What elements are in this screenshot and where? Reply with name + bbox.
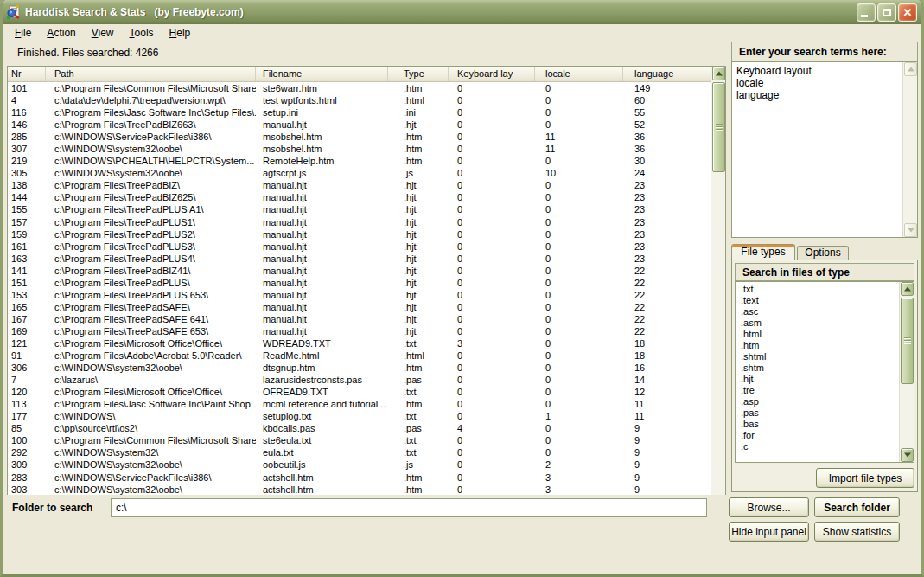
arrow-down-icon <box>904 453 911 458</box>
file-type-item[interactable]: .asp <box>741 396 899 407</box>
table-row[interactable]: 141c:\Program Files\TreePadBIZ41\manual.… <box>8 265 711 277</box>
file-type-item[interactable]: .hjt <box>741 374 899 385</box>
table-row[interactable]: 138c:\Program Files\TreePadBIZ\manual.hj… <box>8 179 711 191</box>
table-row[interactable]: 157c:\Program Files\TreePadPLUS1\manual.… <box>8 216 711 228</box>
file-type-item[interactable]: .html <box>741 329 899 340</box>
arrow-up-icon <box>904 287 911 292</box>
table-row[interactable]: 85c:\pp\source\rtl\os2\kbdcalls.pas.pas4… <box>8 422 711 434</box>
scroll-up-button[interactable] <box>901 282 914 296</box>
file-type-item[interactable]: .c <box>741 441 899 452</box>
table-row[interactable]: 167c:\Program Files\TreePadSAFE 641\manu… <box>8 313 711 325</box>
table-row[interactable]: 163c:\Program Files\TreePadPLUS4\manual.… <box>8 253 711 265</box>
show-statistics-button[interactable]: Show statistics <box>814 522 900 542</box>
file-types-header: Search in files of type <box>735 263 914 281</box>
column-header-locale[interactable]: locale <box>535 67 623 81</box>
table-row[interactable]: 4c:\data\dev\delphi.7\treepad\version.wp… <box>8 94 711 106</box>
menu-item-file[interactable]: File <box>7 25 39 41</box>
close-button[interactable]: ✕ <box>898 3 917 22</box>
table-body: 101c:\Program Files\Common Files\Microso… <box>8 82 711 516</box>
scroll-down-button[interactable] <box>904 223 917 237</box>
file-type-item[interactable]: .shtml <box>741 351 899 362</box>
table-row[interactable]: 309c:\WINDOWS\system32\oobe\oobeutil.js.… <box>8 458 711 471</box>
scroll-thumb[interactable] <box>901 298 914 384</box>
folder-to-search-input[interactable] <box>111 498 707 517</box>
table-scrollbar[interactable] <box>711 67 725 516</box>
file-type-item[interactable]: .shtm <box>741 362 899 374</box>
hide-input-panel-button[interactable]: Hide input panel <box>729 522 809 542</box>
import-file-types-button[interactable]: Import file types <box>816 468 914 488</box>
scroll-down-button[interactable] <box>901 448 914 462</box>
scroll-thumb[interactable] <box>712 82 725 172</box>
arrow-up-icon <box>908 67 914 72</box>
table-row[interactable]: 165c:\Program Files\TreePadSAFE\manual.h… <box>8 301 711 313</box>
file-types-listbox: .txt.text.asc.asm.html.htm.shtml.shtm.hj… <box>735 281 914 463</box>
title-bar[interactable]: Harddisk Search & Stats (by Freebyte.com… <box>0 0 924 24</box>
browse-button[interactable]: Browse... <box>729 497 809 517</box>
table-header: NrPathFilenameTypeKeyboard laylocalelang… <box>8 67 725 82</box>
table-row[interactable]: 161c:\Program Files\TreePadPLUS3\manual.… <box>8 240 711 253</box>
table-row[interactable]: 305c:\WINDOWS\system32\oobe\agtscrpt.js.… <box>8 167 711 179</box>
table-row[interactable]: 285c:\WINDOWS\ServicePackFiles\i386\msob… <box>8 131 711 143</box>
file-types-scrollbar[interactable] <box>899 282 914 462</box>
column-header-keyboard-lay[interactable]: Keyboard lay <box>449 67 535 81</box>
table-row[interactable]: 292c:\WINDOWS\system32\eula.txt.txt009 <box>8 446 711 458</box>
tab-strip: File types Options <box>731 244 918 260</box>
table-row[interactable]: 155c:\Program Files\TreePadPLUS A1\manua… <box>8 203 711 215</box>
menu-item-help[interactable]: Help <box>162 25 199 41</box>
maximize-button[interactable] <box>877 3 896 22</box>
table-row[interactable]: 306c:\WINDOWS\system32\oobe\dtsgnup.htm.… <box>8 362 711 374</box>
table-row[interactable]: 100c:\Program Files\Common Files\Microso… <box>8 434 711 446</box>
file-type-item[interactable]: .for <box>741 430 899 441</box>
table-row[interactable]: 307c:\WINDOWS\system32\oobe\msobshel.htm… <box>8 143 711 155</box>
column-header-nr[interactable]: Nr <box>8 67 46 81</box>
table-row[interactable]: 177c:\WINDOWS\setuplog.txt.txt0111 <box>8 410 711 422</box>
table-row[interactable]: 7c:\lazarus\lazarusidestrconsts.pas.pas0… <box>8 374 711 386</box>
table-row[interactable]: 283c:\WINDOWS\ServicePackFiles\i386\acts… <box>8 471 711 484</box>
table-row[interactable]: 91c:\Program Files\Adobe\Acrobat 5.0\Rea… <box>8 349 711 362</box>
file-type-item[interactable]: .htm <box>741 340 899 351</box>
menu-item-view[interactable]: View <box>84 25 122 41</box>
tab-file-types[interactable]: File types <box>731 244 795 260</box>
table-row[interactable]: 116c:\Program Files\Jasc Software Inc\Se… <box>8 106 711 119</box>
table-row[interactable]: 101c:\Program Files\Common Files\Microso… <box>8 82 711 94</box>
column-header-type[interactable]: Type <box>388 67 449 81</box>
minimize-icon <box>861 15 868 17</box>
scroll-up-button[interactable] <box>712 67 725 80</box>
table-row[interactable]: 120c:\Program Files\Microsoft Office\Off… <box>8 386 711 398</box>
table-row[interactable]: 159c:\Program Files\TreePadPLUS2\manual.… <box>8 228 711 240</box>
table-row[interactable]: 151c:\Program Files\TreePadPLUS\manual.h… <box>8 277 711 289</box>
thumb-grip-icon <box>904 337 911 344</box>
table-row[interactable]: 121c:\Program Files\Microsoft Office\Off… <box>8 337 711 349</box>
file-type-item[interactable]: .txt <box>741 284 899 295</box>
table-row[interactable]: 146c:\Program Files\TreePadBIZ663\manual… <box>8 119 711 131</box>
table-row[interactable]: 113c:\Program Files\Jasc Software Inc\Pa… <box>8 398 711 410</box>
file-type-item[interactable]: .asm <box>741 317 899 329</box>
arrow-down-icon <box>908 228 914 233</box>
menu-item-action[interactable]: Action <box>39 25 83 41</box>
table-row[interactable]: 144c:\Program Files\TreePadBIZ625\manual… <box>8 191 711 203</box>
file-types-title: Search in files of type <box>742 266 850 279</box>
table-row[interactable]: 169c:\Program Files\TreePadSAFE 653\manu… <box>8 325 711 337</box>
file-type-item[interactable]: .tre <box>741 385 899 396</box>
table-row[interactable]: 303c:\WINDOWS\system32\oobe\actshell.htm… <box>8 484 711 496</box>
column-header-path[interactable]: Path <box>46 67 256 81</box>
search-terms-header: Enter your search terms here: <box>731 42 918 61</box>
app-icon <box>6 5 21 20</box>
thumb-grip-icon <box>716 124 723 131</box>
column-header-filename[interactable]: Filename <box>256 67 388 81</box>
scroll-up-button[interactable] <box>904 62 917 76</box>
file-type-item[interactable]: .text <box>741 295 899 306</box>
file-type-item[interactable]: .bas <box>741 419 899 430</box>
file-type-item[interactable]: .pas <box>741 407 899 419</box>
table-row[interactable]: 219c:\WINDOWS\PCHEALTH\HELPCTR\System...… <box>8 155 711 167</box>
file-type-item[interactable]: .asc <box>741 306 899 317</box>
search-folder-button[interactable]: Search folder <box>814 497 900 517</box>
search-terms-input[interactable] <box>733 63 902 236</box>
arrow-up-icon <box>716 72 723 76</box>
table-row[interactable]: 153c:\Program Files\TreePadPLUS 653\manu… <box>8 289 711 301</box>
menu-item-tools[interactable]: Tools <box>122 25 162 41</box>
minimize-button[interactable] <box>857 3 876 22</box>
search-terms-scrollbar[interactable] <box>902 62 917 237</box>
tab-options[interactable]: Options <box>797 246 849 260</box>
file-types-list: .txt.text.asc.asm.html.htm.shtml.shtm.hj… <box>736 282 899 462</box>
